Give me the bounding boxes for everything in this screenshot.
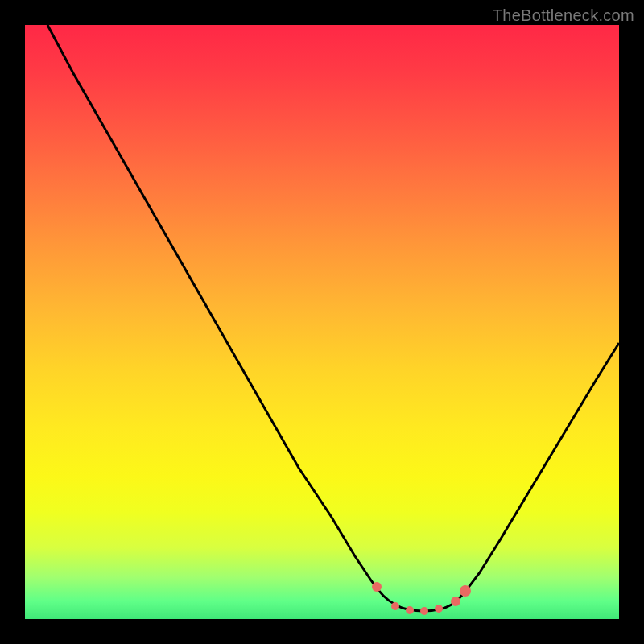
highlight-dot-right2	[460, 585, 471, 597]
bottleneck-curve	[25, 25, 619, 619]
highlight-dot-left	[372, 582, 382, 592]
highlight-dot-mid4	[435, 605, 443, 613]
highlight-dot-mid1	[391, 602, 399, 610]
chart-container: TheBottleneck.com	[0, 0, 644, 644]
watermark-text: TheBottleneck.com	[493, 6, 634, 25]
highlight-dot-right	[451, 597, 460, 606]
curve-path	[47, 25, 619, 611]
highlight-dot-mid3	[420, 607, 428, 615]
highlight-dot-mid2	[406, 606, 414, 614]
